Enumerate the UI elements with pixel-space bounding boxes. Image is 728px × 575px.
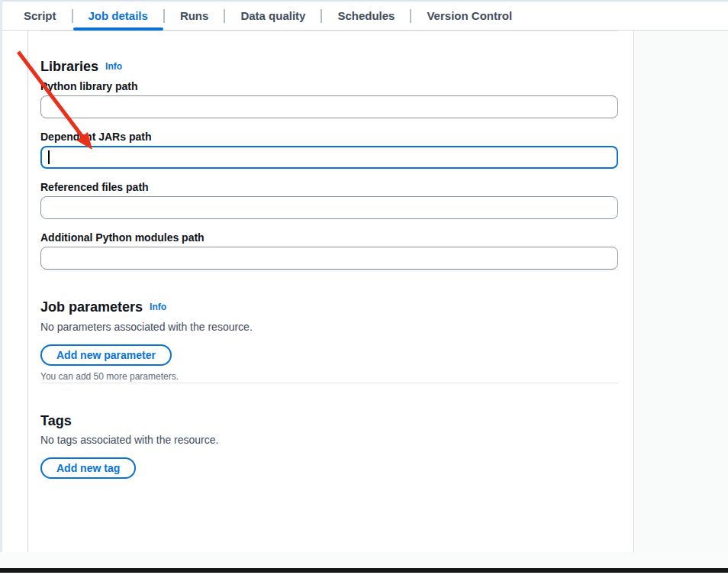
section-divider	[40, 383, 618, 383]
tags-empty-text: No tags associated with the resource.	[40, 432, 618, 447]
job-tabs: Script Job details Runs Data quality Sch…	[2, 2, 728, 31]
window-left-edge	[0, 0, 2, 568]
python-library-path-input[interactable]	[40, 95, 618, 118]
job-details-panel: LibrariesInfo Python library path Depend…	[27, 31, 634, 552]
tab-version-control[interactable]: Version Control	[411, 2, 527, 30]
section-divider	[40, 270, 618, 270]
tab-script[interactable]: Script	[8, 2, 72, 30]
additional-python-modules-path-label: Additional Python modules path	[40, 231, 618, 244]
add-new-parameter-button[interactable]: Add new parameter	[40, 344, 172, 366]
tab-schedules[interactable]: Schedules	[322, 2, 410, 30]
tab-job-details[interactable]: Job details	[73, 2, 163, 30]
dependent-jars-path-input[interactable]	[40, 146, 618, 169]
tab-data-quality[interactable]: Data quality	[225, 2, 321, 30]
additional-python-modules-path-input[interactable]	[40, 247, 618, 270]
add-new-tag-button[interactable]: Add new tag	[40, 457, 136, 479]
libraries-info-link[interactable]: Info	[105, 61, 122, 72]
tags-heading: Tags	[40, 412, 618, 429]
tab-runs[interactable]: Runs	[165, 2, 224, 30]
libraries-title: Libraries	[40, 59, 98, 74]
job-parameters-title: Job parameters	[40, 299, 143, 315]
job-parameters-heading: Job parametersInfo	[40, 299, 618, 315]
section-divider	[40, 31, 618, 31]
libraries-heading: LibrariesInfo	[40, 58, 618, 75]
job-parameters-empty-text: No parameters associated with the resour…	[40, 319, 618, 334]
job-parameters-info-link[interactable]: Info	[150, 302, 166, 312]
right-gutter	[635, 31, 728, 552]
referenced-files-path-input[interactable]	[40, 196, 618, 219]
footer-strip	[0, 552, 728, 568]
window-bottom-bar	[0, 568, 728, 573]
dependent-jars-path-label: Dependent JARs path	[40, 130, 618, 144]
referenced-files-path-label: Referenced files path	[40, 180, 618, 194]
job-parameters-helper-text: You can add 50 more parameters.	[40, 370, 618, 383]
python-library-path-label: Python library path	[40, 79, 618, 93]
